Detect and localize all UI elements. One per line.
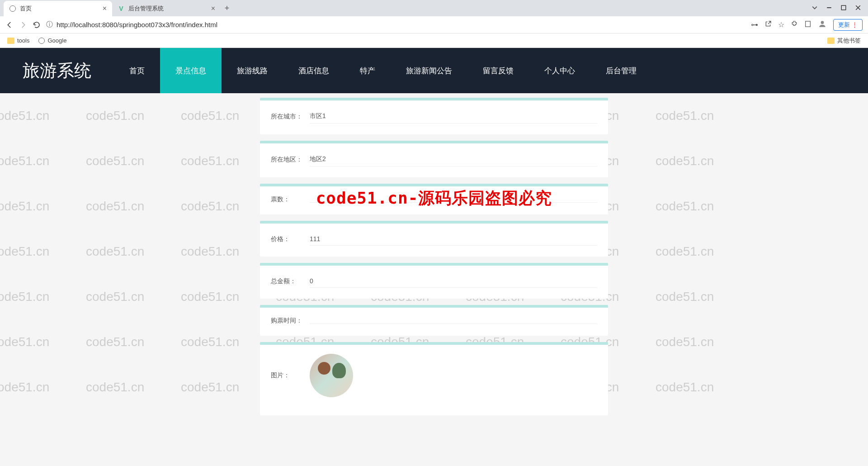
browser-tab-admin[interactable]: V 后台管理系统 × [112,1,221,16]
close-icon[interactable]: × [211,5,215,13]
field-label: 图片： [271,371,307,380]
maximize-icon[interactable] [841,4,846,12]
field-value[interactable]: 0 [310,275,597,288]
back-button[interactable] [5,21,14,29]
folder-icon [827,38,835,44]
address-bar: ⓘ http://localhost:8080/springboot073x3/… [0,16,868,33]
field-value[interactable]: 市区1 [310,109,597,124]
nav-routes[interactable]: 旅游线路 [222,48,283,93]
browser-chrome: 首页 × V 后台管理系统 × + ⓘ http://localhost:808… [0,0,868,48]
field-value[interactable]: 111 [310,233,597,246]
bookmark-other[interactable]: 其他书签 [827,37,861,45]
folder-icon [7,38,14,44]
field-city: 所在城市： 市区1 [260,98,608,134]
field-value[interactable]: 地区2 [310,152,597,166]
field-image: 图片： [260,342,608,415]
nav-home[interactable]: 首页 [114,48,160,93]
nav-news[interactable]: 旅游新闻公告 [391,48,467,93]
svg-point-2 [821,21,824,24]
tab-title: 后台管理系统 [128,5,164,13]
browser-tab-home[interactable]: 首页 × [4,1,112,16]
update-button[interactable]: 更新⋮ [833,19,863,31]
site-nav: 旅游系统 首页 景点信息 旅游线路 酒店信息 特产 旅游新闻公告 留言反馈 个人… [0,48,868,93]
bookmark-google[interactable]: Google [38,37,66,44]
window-controls [812,4,868,12]
globe-icon [38,38,45,44]
forward-button[interactable] [19,21,27,29]
bookmark-tools[interactable]: tools [7,37,29,44]
center-watermark: code51.cn-源码乐园盗图必究 [316,187,552,209]
close-window-icon[interactable] [855,4,861,12]
minimize-icon[interactable] [826,4,832,12]
password-icon[interactable]: ⊶ [751,20,758,29]
image-preview[interactable] [310,354,353,397]
new-tab-button[interactable]: + [221,4,233,13]
field-label: 价格： [271,235,307,243]
url-text: http://localhost:8080/springboot073x3/fr… [57,21,217,29]
close-icon[interactable]: × [103,5,107,13]
extensions-icon[interactable] [791,20,798,29]
tab-bar: 首页 × V 后台管理系统 × + [0,0,868,16]
url-input[interactable]: ⓘ http://localhost:8080/springboot073x3/… [46,20,745,29]
chevron-down-icon[interactable] [812,4,817,12]
field-time: 购票时间： [260,305,608,336]
svg-rect-0 [841,5,846,10]
vue-icon: V [118,5,125,12]
reading-list-icon[interactable] [804,20,811,29]
field-value[interactable] [310,318,597,324]
field-district: 所在地区： 地区2 [260,141,608,177]
bookmark-bar: tools Google 其他书签 [0,33,868,48]
star-icon[interactable]: ☆ [778,20,784,29]
site-info-icon[interactable]: ⓘ [46,20,53,29]
page-body: 所在城市： 市区1 所在地区： 地区2 票数： 价格： 111 总金额 [0,93,868,466]
globe-icon [9,5,16,12]
nav-feedback[interactable]: 留言反馈 [467,48,529,93]
form-container: 所在城市： 市区1 所在地区： 地区2 票数： 价格： 111 总金额 [260,93,608,415]
reload-button[interactable] [33,21,41,29]
profile-icon[interactable] [818,19,827,30]
share-icon[interactable] [764,20,772,29]
tab-title: 首页 [20,5,32,13]
nav-specialty[interactable]: 特产 [344,48,391,93]
field-price: 价格： 111 [260,221,608,257]
field-label: 购票时间： [271,317,307,325]
field-label: 所在城市： [271,113,307,121]
field-total: 总金额： 0 [260,263,608,299]
field-label: 票数： [271,195,307,204]
svg-rect-1 [806,21,811,27]
nav-hotels[interactable]: 酒店信息 [283,48,344,93]
field-label: 所在地区： [271,156,307,164]
field-label: 总金额： [271,277,307,285]
nav-profile[interactable]: 个人中心 [529,48,590,93]
nav-spots[interactable]: 景点信息 [160,48,222,93]
nav-admin[interactable]: 后台管理 [590,48,652,93]
nav-items: 首页 景点信息 旅游线路 酒店信息 特产 旅游新闻公告 留言反馈 个人中心 后台… [114,48,652,93]
site-logo[interactable]: 旅游系统 [0,59,114,82]
